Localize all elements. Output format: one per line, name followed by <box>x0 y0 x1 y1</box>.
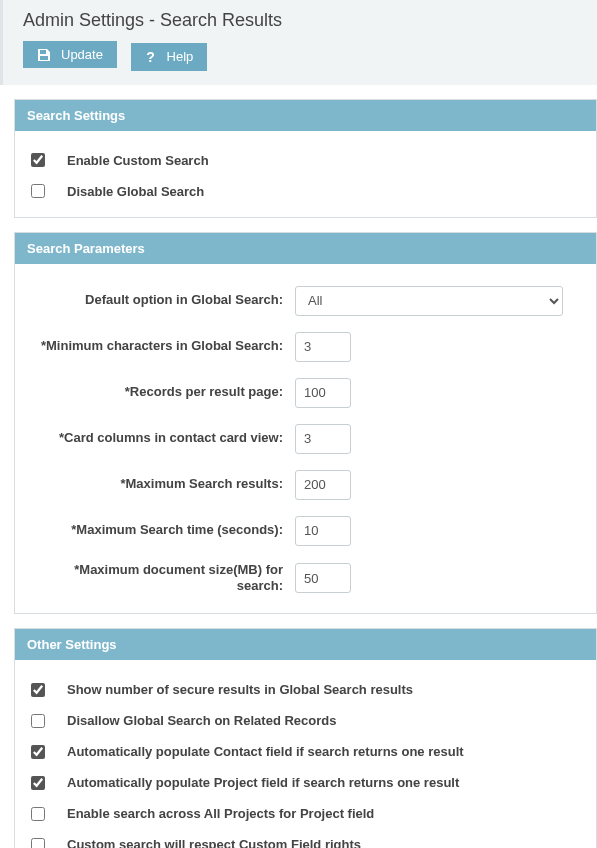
card-columns-input[interactable] <box>295 424 351 454</box>
max-results-label: *Maximum Search results: <box>31 476 295 493</box>
min-chars-label: *Minimum characters in Global Search: <box>31 338 295 355</box>
update-button[interactable]: Update <box>23 41 117 68</box>
help-icon: ? <box>145 49 157 65</box>
max-time-input[interactable] <box>295 516 351 546</box>
disallow-related-label: Disallow Global Search on Related Record… <box>67 713 336 728</box>
update-button-label: Update <box>61 47 103 62</box>
min-chars-row: *Minimum characters in Global Search: <box>31 324 580 370</box>
max-time-row: *Maximum Search time (seconds): <box>31 508 580 554</box>
max-time-label: *Maximum Search time (seconds): <box>31 522 295 539</box>
search-settings-panel: Search Settings Enable Custom Search Dis… <box>14 99 597 218</box>
respect-custom-field-checkbox[interactable] <box>31 838 45 848</box>
disable-global-search-checkbox[interactable] <box>31 184 45 198</box>
auto-project-label: Automatically populate Project field if … <box>67 775 459 790</box>
enable-custom-search-checkbox[interactable] <box>31 153 45 167</box>
max-doc-size-label: *Maximum document size(MB) for search: <box>31 562 295 596</box>
show-secure-count-checkbox[interactable] <box>31 683 45 697</box>
auto-project-checkbox[interactable] <box>31 776 45 790</box>
card-columns-row: *Card columns in contact card view: <box>31 416 580 462</box>
auto-contact-checkbox[interactable] <box>31 745 45 759</box>
records-per-page-row: *Records per result page: <box>31 370 580 416</box>
max-results-input[interactable] <box>295 470 351 500</box>
enable-custom-search-label: Enable Custom Search <box>67 153 209 168</box>
auto-contact-row: Automatically populate Contact field if … <box>31 736 580 767</box>
min-chars-input[interactable] <box>295 332 351 362</box>
records-per-page-label: *Records per result page: <box>31 384 295 401</box>
toolbar: Update ? Help <box>23 41 577 71</box>
other-settings-panel: Other Settings Show number of secure res… <box>14 628 597 848</box>
search-all-projects-label: Enable search across All Projects for Pr… <box>67 806 374 821</box>
help-button[interactable]: ? Help <box>131 43 208 71</box>
help-button-label: Help <box>167 49 194 64</box>
default-option-label: Default option in Global Search: <box>31 292 295 309</box>
show-secure-count-row: Show number of secure results in Global … <box>31 674 580 705</box>
save-icon <box>37 48 51 62</box>
page-header: Admin Settings - Search Results Update ?… <box>0 0 597 85</box>
respect-custom-field-label: Custom search will respect Custom Field … <box>67 837 361 848</box>
default-option-row: Default option in Global Search: All <box>31 278 580 324</box>
records-per-page-input[interactable] <box>295 378 351 408</box>
search-settings-header: Search Settings <box>15 100 596 131</box>
disable-global-search-row: Disable Global Search <box>31 176 580 207</box>
disable-global-search-label: Disable Global Search <box>67 184 204 199</box>
card-columns-label: *Card columns in contact card view: <box>31 430 295 447</box>
other-settings-header: Other Settings <box>15 629 596 660</box>
max-results-row: *Maximum Search results: <box>31 462 580 508</box>
search-all-projects-checkbox[interactable] <box>31 807 45 821</box>
respect-custom-field-row: Custom search will respect Custom Field … <box>31 829 580 848</box>
max-doc-size-input[interactable] <box>295 563 351 593</box>
default-option-select[interactable]: All <box>295 286 563 316</box>
auto-project-row: Automatically populate Project field if … <box>31 767 580 798</box>
page-title: Admin Settings - Search Results <box>23 10 577 31</box>
search-parameters-header: Search Parameters <box>15 233 596 264</box>
disallow-related-row: Disallow Global Search on Related Record… <box>31 705 580 736</box>
max-doc-size-row: *Maximum document size(MB) for search: <box>31 554 580 604</box>
enable-custom-search-row: Enable Custom Search <box>31 145 580 176</box>
search-parameters-body: Default option in Global Search: All *Mi… <box>15 264 596 614</box>
other-settings-body: Show number of secure results in Global … <box>15 660 596 848</box>
disallow-related-checkbox[interactable] <box>31 714 45 728</box>
search-parameters-panel: Search Parameters Default option in Glob… <box>14 232 597 615</box>
show-secure-count-label: Show number of secure results in Global … <box>67 682 413 697</box>
search-all-projects-row: Enable search across All Projects for Pr… <box>31 798 580 829</box>
auto-contact-label: Automatically populate Contact field if … <box>67 744 464 759</box>
search-settings-body: Enable Custom Search Disable Global Sear… <box>15 131 596 217</box>
